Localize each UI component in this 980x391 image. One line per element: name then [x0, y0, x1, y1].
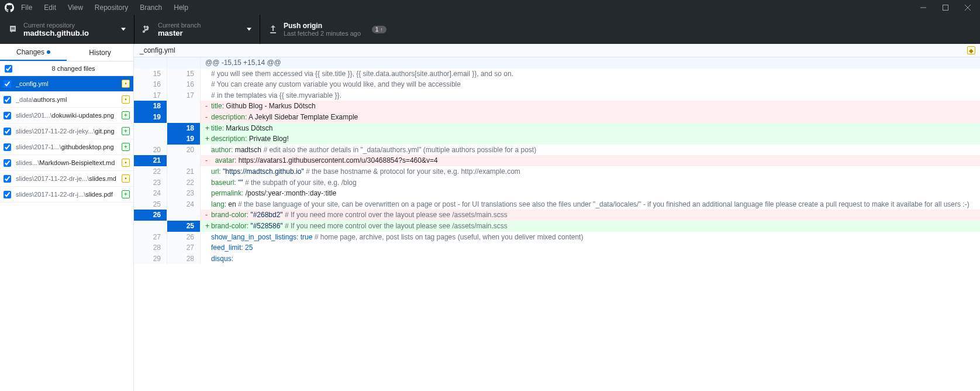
app-menu: FileEditViewRepositoryBranchHelp — [21, 4, 188, 12]
file-status-badge: + — [122, 111, 130, 119]
github-icon — [5, 3, 14, 12]
file-header: _config.yml ◆ — [134, 44, 980, 57]
menu-repository[interactable]: Repository — [95, 4, 128, 12]
file-name: slides\201...\dokuwiki-updates.png — [16, 112, 119, 119]
line-number-new — [167, 155, 201, 166]
menu-branch[interactable]: Branch — [140, 4, 162, 12]
changes-summary: 8 changed files — [0, 61, 133, 76]
diff-line: 2726 show_lang_in_post_listings: true # … — [134, 232, 980, 243]
line-number-old: 23 — [134, 177, 167, 188]
changed-files-list: _config.yml•_data\authors.yml•slides\201… — [0, 76, 133, 391]
file-checkbox[interactable] — [4, 96, 11, 104]
file-row[interactable]: slides\2017-11-22-dr-je...\slides.md• — [0, 171, 133, 187]
menu-file[interactable]: File — [21, 4, 32, 12]
diff-line: 2827 feed_limit: 25 — [134, 242, 980, 253]
diff-code: show_lang_in_post_listings: true # home … — [201, 232, 980, 243]
file-checkbox[interactable] — [4, 80, 11, 88]
file-checkbox[interactable] — [4, 159, 11, 167]
file-checkbox[interactable] — [4, 128, 11, 135]
diff-code: feed_limit: 25 — [201, 242, 980, 253]
file-row[interactable]: slides\2017-1...\githubdesktop.png+ — [0, 139, 133, 155]
diff-line: 18-title: Github Blog - Markus Dötsch — [134, 101, 980, 112]
current-repository-selector[interactable]: Current repository madtsch.github.io — [0, 15, 134, 44]
file-checkbox[interactable] — [4, 175, 11, 183]
file-row[interactable]: _config.yml• — [0, 76, 133, 92]
file-status-badge: • — [122, 95, 130, 104]
diff-line: 2928 disqus: — [134, 253, 980, 265]
minimize-icon[interactable] — [920, 5, 926, 11]
tab-changes[interactable]: Changes — [0, 44, 67, 61]
diff-code: author: madtsch # edit also the author d… — [201, 145, 980, 156]
line-number-old: 19 — [134, 112, 167, 123]
file-row[interactable]: slides\2017-11-22-dr-jeky...\git.png+ — [0, 124, 133, 139]
file-status-badge: • — [122, 159, 130, 167]
line-number-old: 15 — [134, 68, 167, 80]
file-name: slides...\Markdown-Beispieltext.md — [16, 159, 119, 166]
diff-line: 2423 permalink: /posts/:year-:month-:day… — [134, 188, 980, 199]
diff-line: @@ -15,15 +15,14 @@ — [134, 57, 980, 68]
file-status-badge: + — [122, 127, 130, 135]
file-status-badge: + — [122, 190, 130, 198]
file-row[interactable]: _data\authors.yml• — [0, 92, 133, 108]
file-checkbox[interactable] — [4, 112, 11, 119]
line-number-new: 15 — [167, 68, 201, 80]
svg-rect-1 — [943, 5, 948, 10]
file-name: slides\2017-11-22-dr-je...\slides.md — [16, 175, 119, 182]
file-checkbox[interactable] — [4, 191, 11, 198]
line-number-old — [134, 57, 167, 68]
line-number-new: 22 — [167, 177, 201, 188]
current-branch-selector[interactable]: Current branch master — [134, 15, 260, 44]
push-origin-button[interactable]: Push origin Last fetched 2 minutes ago 1… — [260, 15, 395, 44]
diff-panel: _config.yml ◆ @@ -15,15 +15,14 @@1515 # … — [134, 44, 980, 391]
summary-text: 8 changed files — [18, 65, 129, 72]
line-number-new — [167, 101, 201, 112]
diff-line: 2221 url: "https://madtsch.github.io" # … — [134, 166, 980, 177]
diff-code: - avatar: https://avatars1.githubusercon… — [201, 155, 980, 166]
branch-label: Current branch — [158, 22, 201, 29]
diff-code: -title: Github Blog - Markus Dötsch — [201, 101, 980, 112]
line-number-old: 27 — [134, 232, 167, 243]
repo-icon — [8, 25, 18, 34]
line-number-old: 26 — [134, 210, 167, 221]
maximize-icon[interactable] — [943, 5, 948, 11]
diff-code: # in the templates via {{ site.myvariabl… — [201, 90, 980, 101]
sidebar: Changes History 8 changed files _config.… — [0, 44, 134, 391]
line-number-old — [134, 123, 167, 134]
diff-code: baseurl: "" # the subpath of your site, … — [201, 177, 980, 188]
line-number-old: 29 — [134, 253, 167, 265]
line-number-new: 26 — [167, 232, 201, 243]
diff-code: +description: Private Blog! — [201, 133, 980, 145]
menu-view[interactable]: View — [68, 4, 83, 12]
file-name: _config.yml — [16, 80, 119, 87]
diff-line: 19+description: Private Blog! — [134, 133, 980, 145]
push-badge: 1 ↑ — [372, 26, 387, 33]
file-name: slides\2017-11-22-dr-jeky...\git.png — [16, 128, 119, 135]
diff-code: url: "https://madtsch.github.io" # the b… — [201, 166, 980, 177]
line-number-new — [167, 112, 201, 123]
file-row[interactable]: slides\2017-11-22-dr-j...\slides.pdf+ — [0, 187, 133, 203]
repo-label: Current repository — [23, 22, 89, 29]
menu-edit[interactable]: Edit — [44, 4, 56, 12]
file-row[interactable]: slides\201...\dokuwiki-updates.png+ — [0, 108, 133, 124]
changes-indicator-dot — [47, 50, 50, 54]
line-number-new: 18 — [167, 123, 201, 134]
line-number-old: 28 — [134, 242, 167, 253]
select-all-checkbox[interactable] — [5, 65, 12, 73]
line-number-new — [167, 57, 201, 68]
file-checkbox[interactable] — [4, 143, 11, 151]
diff-code: permalink: /posts/:year-:month-:day-:tit… — [201, 188, 980, 199]
line-number-old — [134, 133, 167, 145]
tab-history[interactable]: History — [67, 44, 133, 61]
push-icon — [268, 25, 278, 34]
menu-help[interactable]: Help — [174, 4, 188, 12]
diff-line: 2524 lang: en # the base language of you… — [134, 199, 980, 210]
window-controls — [920, 5, 975, 11]
line-number-old: 17 — [134, 90, 167, 101]
close-icon[interactable] — [965, 5, 971, 11]
diff-view[interactable]: @@ -15,15 +15,14 @@1515 # you will see t… — [134, 57, 980, 391]
file-row[interactable]: slides...\Markdown-Beispieltext.md• — [0, 155, 133, 171]
diff-line: 21- avatar: https://avatars1.githubuserc… — [134, 155, 980, 166]
line-number-new: 27 — [167, 242, 201, 253]
chevron-down-icon — [247, 28, 251, 31]
diff-settings-icon[interactable]: ◆ — [967, 46, 975, 54]
